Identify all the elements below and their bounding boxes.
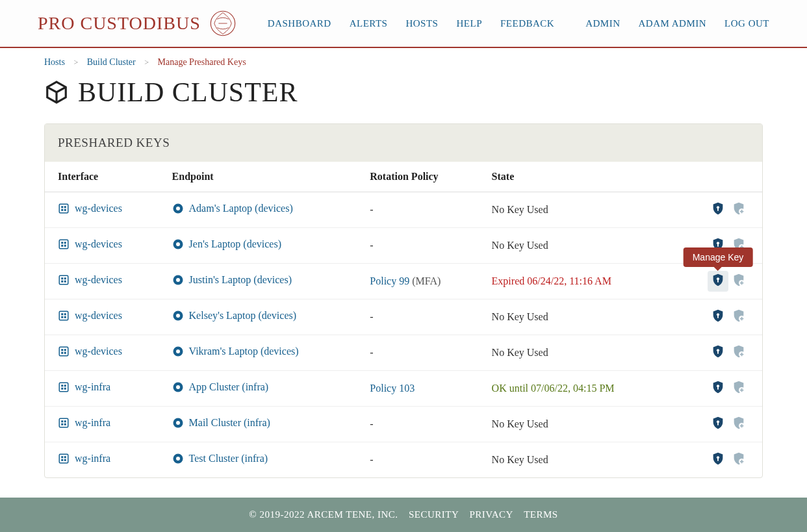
state-text: No Key Used	[492, 347, 548, 358]
endpoint-link[interactable]: Jen's Laptop (devices)	[189, 238, 281, 250]
svg-rect-23	[64, 277, 66, 279]
panel-title: PRESHARED KEYS	[45, 124, 762, 162]
state-text: Expired 06/24/22, 11:16 AM	[492, 275, 611, 286]
interface-link[interactable]: wg-infra	[75, 381, 110, 393]
crumb-sep: >	[73, 58, 78, 67]
table-row: wg-devicesJen's Laptop (devices)-No Key …	[45, 228, 762, 264]
brand[interactable]: PRO CUSTODIBUS	[38, 9, 237, 38]
endpoint-link[interactable]: Adam's Laptop (devices)	[189, 203, 293, 214]
svg-point-17	[176, 242, 180, 246]
shield-plus-icon	[732, 451, 746, 468]
endpoint-link[interactable]: Test Cluster (infra)	[189, 453, 268, 464]
col-interface: Interface	[45, 162, 163, 192]
svg-rect-41	[59, 347, 68, 356]
nav-user[interactable]: ADAM ADMIN	[639, 18, 707, 29]
policy-link[interactable]: Policy 103	[370, 383, 415, 394]
svg-rect-13	[64, 242, 66, 244]
endpoint-link[interactable]: Kelsey's Laptop (devices)	[189, 310, 297, 322]
svg-rect-49	[717, 351, 719, 354]
nav-admin[interactable]: ADMIN	[585, 18, 620, 29]
shield-plus-icon	[732, 273, 746, 290]
manage-key-button[interactable]	[708, 450, 728, 470]
interface-link[interactable]: wg-devices	[75, 346, 122, 357]
footer-terms[interactable]: TERMS	[524, 509, 558, 520]
svg-rect-24	[61, 281, 63, 283]
svg-point-27	[176, 278, 180, 282]
policy-suffix: (MFA)	[409, 275, 441, 286]
svg-rect-5	[64, 209, 66, 211]
svg-rect-63	[64, 420, 66, 422]
svg-rect-22	[61, 277, 63, 279]
manage-key-button[interactable]	[708, 199, 728, 220]
interface-link[interactable]: wg-devices	[75, 274, 122, 286]
col-policy: Rotation Policy	[361, 162, 482, 192]
add-key-button[interactable]	[728, 450, 749, 470]
table-row: wg-infraTest Cluster (infra)-No Key Used	[45, 442, 762, 478]
svg-rect-59	[717, 386, 719, 390]
svg-rect-55	[64, 388, 66, 390]
tooltip: Manage Key	[684, 247, 753, 267]
shield-plus-icon	[732, 309, 746, 325]
nav-dashboard[interactable]: DASHBOARD	[268, 18, 331, 29]
nav-logout[interactable]: LOG OUT	[724, 18, 769, 29]
policy-text: -	[370, 347, 373, 358]
footer-privacy[interactable]: PRIVACY	[469, 509, 513, 520]
endpoint-link[interactable]: Vikram's Laptop (devices)	[189, 346, 299, 357]
interface-link[interactable]: wg-devices	[75, 203, 122, 214]
manage-key-button[interactable]	[708, 342, 728, 363]
table-row: wg-devicesAdam's Laptop (devices)-No Key…	[45, 192, 762, 228]
state-text: No Key Used	[492, 454, 548, 465]
svg-rect-9	[717, 208, 719, 211]
crumb-hosts[interactable]: Hosts	[44, 57, 65, 67]
nav-feedback[interactable]: FEEDBACK	[500, 18, 554, 29]
svg-rect-79	[717, 458, 719, 461]
svg-point-57	[176, 385, 180, 389]
policy-text: -	[370, 418, 373, 429]
svg-rect-72	[61, 456, 63, 458]
policy-link[interactable]: Policy 99	[370, 275, 409, 286]
svg-rect-44	[61, 352, 63, 354]
nav-hosts[interactable]: HOSTS	[405, 18, 438, 29]
svg-rect-4	[61, 209, 63, 211]
svg-rect-75	[64, 459, 66, 461]
endpoint-link[interactable]: Justin's Laptop (devices)	[189, 274, 292, 286]
add-key-button[interactable]	[728, 271, 749, 292]
add-key-button[interactable]	[728, 342, 749, 363]
add-key-button[interactable]	[728, 307, 749, 327]
add-key-button[interactable]	[728, 414, 749, 435]
svg-rect-61	[59, 418, 68, 427]
svg-rect-45	[64, 352, 66, 354]
svg-rect-42	[61, 349, 63, 351]
table-row: wg-devicesJustin's Laptop (devices)Polic…	[45, 264, 762, 299]
shield-plus-icon	[732, 380, 746, 397]
interface-link[interactable]: wg-infra	[75, 453, 110, 464]
footer-copyright: © 2019-2022 ARCEM TENE, INC.	[249, 509, 398, 520]
manage-key-button[interactable]	[708, 378, 728, 399]
endpoint-link[interactable]: Mail Cluster (infra)	[189, 417, 270, 429]
svg-rect-31	[59, 311, 68, 320]
manage-key-button[interactable]	[708, 414, 728, 435]
manage-key-button[interactable]	[708, 307, 728, 327]
crumb-cluster[interactable]: Build Cluster	[87, 57, 136, 67]
interface-link[interactable]: wg-devices	[75, 238, 122, 250]
add-key-button[interactable]	[728, 378, 749, 399]
endpoint-link[interactable]: App Cluster (infra)	[189, 381, 269, 393]
footer-security[interactable]: SECURITY	[409, 509, 459, 520]
add-key-button[interactable]	[728, 199, 749, 220]
shield-key-icon	[711, 309, 725, 325]
nav-user-group: ADMIN ADAM ADMIN LOG OUT	[585, 18, 769, 29]
page-title-row: BUILD CLUSTER	[0, 70, 807, 123]
manage-key-button[interactable]: Manage Key	[708, 271, 728, 292]
brand-text: PRO CUSTODIBUS	[38, 13, 201, 34]
interface-link[interactable]: wg-devices	[75, 310, 122, 322]
interface-link[interactable]: wg-infra	[75, 417, 110, 429]
state-text: No Key Used	[492, 240, 548, 251]
state-text: No Key Used	[492, 204, 548, 215]
shield-key-icon	[711, 273, 725, 290]
state-text: OK until 07/06/22, 04:15 PM	[492, 383, 615, 394]
cube-icon	[44, 80, 69, 105]
nav-help[interactable]: HELP	[456, 18, 482, 29]
nav-alerts[interactable]: ALERTS	[350, 18, 388, 29]
footer: © 2019-2022 ARCEM TENE, INC. SECURITY PR…	[0, 498, 807, 532]
col-endpoint: Endpoint	[163, 162, 361, 192]
